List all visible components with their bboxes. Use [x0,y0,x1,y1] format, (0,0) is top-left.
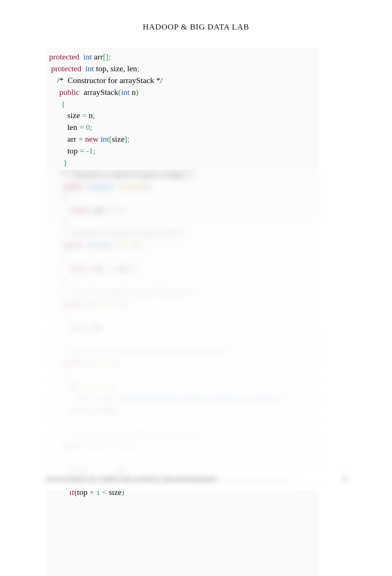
code-line: /* Function to check the top element of … [49,345,315,357]
code-line: public void push(int i) [49,439,315,451]
code-token: { [63,452,68,461]
code-token [49,158,63,167]
code-line: } [49,157,315,169]
code-token [49,99,61,108]
code-token [49,252,63,261]
code-token [49,464,69,473]
code-token: void [88,440,104,449]
code-token: return [69,205,91,214]
code-token: top [104,405,115,414]
code-token [49,334,63,344]
code-line: public boolean isFull() [49,239,315,251]
code-token: ) [126,464,128,473]
code-token [49,264,69,273]
code-token: ; [137,64,139,73]
code-line: public int getSize() [49,298,315,310]
code-token: /* Function to check if stack is full */ [49,228,185,238]
code-token: if( [69,464,77,473]
code-line: return arr[top]; [49,404,315,416]
code-token [49,87,59,97]
code-token: { [63,311,68,320]
code-token: int [88,358,99,367]
code-token: "Underflow Exception" [205,393,282,403]
code-line: { [49,310,315,322]
code-token: int [88,299,99,308]
code-token: getSize [98,299,122,308]
code-token: () [114,358,119,367]
code-token [49,182,63,191]
code-token: 1 [89,146,93,155]
code-token [49,440,63,449]
code-token [49,299,63,308]
code-token: n [132,87,136,97]
code-token: protected [49,64,83,73]
code-token: new [85,134,100,144]
code-line: public boolean isEmpty() [49,180,315,192]
code-line: top = -1; [49,145,315,157]
code-line: { [49,451,315,463]
code-token: ) [136,87,138,97]
code-token: = [79,123,86,132]
code-token: 1 [96,487,102,497]
code-token: { [63,193,68,203]
code-token: ; [93,111,95,120]
code-token: size [111,464,126,473]
code-token: () [145,182,150,191]
code-token: /* Constructor for arrayStack */ [49,76,162,85]
code-line: { [49,369,315,380]
code-line: } [49,275,315,286]
code-token: ); [289,476,293,485]
page-number: 5 [343,475,347,484]
code-line: } [49,416,315,428]
code-token: arr [49,134,78,144]
code-token: = [78,134,85,144]
code-token: = - [80,146,89,155]
code-line: } [49,215,315,227]
code-token: ; [93,146,95,155]
code-token [49,323,69,332]
code-line: /* Function to get the size of the stack… [49,286,315,298]
code-token: ) [121,487,124,497]
code-line: return top == -1; [49,204,315,216]
code-token: isFull [117,240,136,249]
code-token: ]; [115,405,120,414]
code-token: () [136,240,141,249]
code-token: if( [69,487,77,497]
code-token [49,405,69,414]
code-token: { [61,99,65,108]
code-token: throw [76,393,97,403]
code-line: len = 0; [49,121,315,133]
page-title: HADOOP & BIG DATA LAB [0,22,392,32]
code-token: return [69,323,91,332]
code-line: if(top + 1 < size) [49,486,315,498]
code-token: < [102,487,107,497]
code-token: public [63,182,86,191]
code-token: size [107,487,121,497]
code-token: public [63,440,86,449]
code-token: /* Function to add an element to the sta… [49,429,207,438]
code-token: size [112,134,124,144]
code-token: ]; [124,134,129,144]
code-line: } [49,333,315,345]
code-token [49,452,63,461]
code-token [49,393,76,403]
code-token [49,311,63,320]
code-line: /* Function to check if stack is empty *… [49,169,315,180]
code-token: 0 [86,123,90,132]
code-token: = [82,111,86,120]
code-token: top [49,146,80,155]
code-token: } [63,158,68,167]
code-token: public [63,358,86,367]
code-line: { [49,192,315,204]
code-token: if( [69,382,79,391]
code-token: n [87,111,93,120]
code-token: top [77,464,90,473]
code-line: public int peek() [49,357,315,369]
code-token: + [89,487,96,497]
code-token: } [63,417,68,426]
code-token: == [105,264,114,273]
code-line: /* Constructor for arrayStack */ [49,75,315,86]
code-token: return [69,264,91,273]
code-line: { [49,251,315,263]
code-line: if( isEmpty() ) [49,380,315,392]
